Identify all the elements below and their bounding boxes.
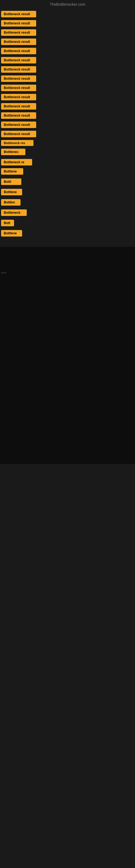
bottleneck-badge[interactable]: Bottleneck result xyxy=(1,112,36,119)
list-item: Bottlene xyxy=(0,168,135,176)
list-item: Bottleneck result xyxy=(0,57,135,63)
list-item: Bottleneck result xyxy=(0,38,135,45)
list-item: Bottleneck result xyxy=(0,11,135,18)
bottleneck-badge[interactable]: Bottleneck result xyxy=(1,57,36,63)
bottleneck-badge[interactable]: Bottleneck result xyxy=(1,20,36,27)
list-item: Bottleneck result xyxy=(0,85,135,91)
list-item: Bottleneck result xyxy=(0,94,135,100)
score-label: score xyxy=(1,272,6,274)
bottom-dark-area: score xyxy=(0,247,135,464)
bottleneck-badge[interactable]: Bott xyxy=(1,220,14,226)
bottleneck-badge[interactable]: Bottleneck res xyxy=(1,140,34,146)
bottleneck-badge[interactable]: Bottleneck result xyxy=(1,38,36,45)
list-item: Bottleneck result xyxy=(0,66,135,73)
list-item: Bottleneck result xyxy=(0,131,135,137)
bottleneck-badge[interactable]: Bottleneck re xyxy=(1,159,32,165)
bottleneck-badge[interactable]: Bottleneck result xyxy=(1,11,36,18)
bottleneck-badge[interactable]: Bottleneck result xyxy=(1,48,36,54)
list-item: Bottleneck result xyxy=(0,103,135,110)
bottleneck-badge[interactable]: Bottlenec xyxy=(1,149,26,155)
bottleneck-badge[interactable]: Bottl xyxy=(1,179,21,185)
bottleneck-badge[interactable]: Bottleneck result xyxy=(1,94,36,100)
items-section: Bottleneck resultBottleneck resultBottle… xyxy=(0,10,135,241)
bottleneck-badge[interactable]: Bottlene xyxy=(1,189,22,195)
list-item: Bottlen xyxy=(0,199,135,207)
bottleneck-badge[interactable]: Bottlene xyxy=(1,168,23,175)
list-item: Bottleneck res xyxy=(0,140,135,146)
list-item: Bottlene xyxy=(0,230,135,238)
bottleneck-badge[interactable]: Bottleneck result xyxy=(1,103,36,110)
list-item: Bottleneck re xyxy=(0,159,135,165)
bottleneck-badge[interactable]: Bottleneck result xyxy=(1,66,36,73)
bottleneck-badge[interactable]: Bottleneck xyxy=(1,209,27,216)
list-item: Bottleneck result xyxy=(0,48,135,54)
bottleneck-badge[interactable]: Bottleneck result xyxy=(1,131,36,137)
site-title: TheBottlenecker.com xyxy=(50,2,85,6)
list-item: Bottlenec xyxy=(0,149,135,156)
list-item: Bottl xyxy=(0,179,135,186)
site-header: TheBottlenecker.com xyxy=(0,0,135,10)
bottleneck-badge[interactable]: Bottlene xyxy=(1,230,22,237)
bottleneck-badge[interactable]: Bottleneck result xyxy=(1,75,36,82)
list-item: Bottleneck xyxy=(0,209,135,217)
bottleneck-badge[interactable]: Bottleneck result xyxy=(1,122,36,128)
list-item: Bottlene xyxy=(0,189,135,196)
bottleneck-badge[interactable]: Bottleneck result xyxy=(1,85,36,91)
list-item: Bottleneck result xyxy=(0,122,135,128)
list-item: Bottleneck result xyxy=(0,75,135,82)
list-item: Bottleneck result xyxy=(0,29,135,36)
bottleneck-badge[interactable]: Bottlen xyxy=(1,199,20,206)
list-item: Bottleneck result xyxy=(0,20,135,27)
bottleneck-badge[interactable]: Bottleneck result xyxy=(1,29,36,36)
list-item: Bottleneck result xyxy=(0,112,135,119)
list-item: Bott xyxy=(0,220,135,227)
